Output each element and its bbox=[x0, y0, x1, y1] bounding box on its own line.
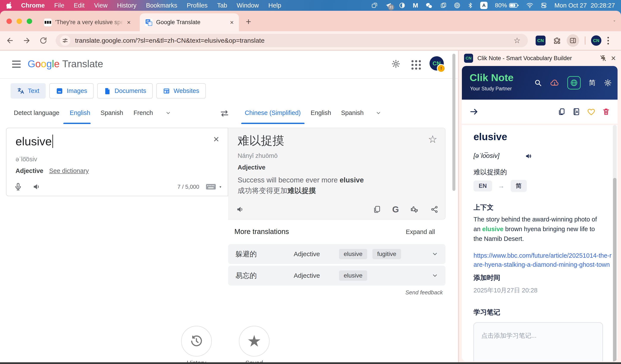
main-menu-icon[interactable] bbox=[12, 61, 21, 68]
menubar-clock[interactable]: Mon Oct 27 20:28:27 bbox=[554, 2, 615, 9]
history-button[interactable] bbox=[181, 326, 212, 356]
sync-alert-cloud-icon[interactable] bbox=[550, 79, 559, 87]
close-tab-icon[interactable]: × bbox=[230, 19, 234, 26]
bookmark-star-icon[interactable]: ☆ bbox=[514, 36, 520, 45]
lang-spanish[interactable]: Spanish bbox=[341, 109, 364, 116]
screen-mirroring-icon[interactable] bbox=[371, 2, 378, 9]
battery-indicator[interactable]: 80% bbox=[495, 2, 519, 9]
source-text[interactable]: elusive bbox=[16, 135, 53, 148]
wifi-icon[interactable] bbox=[526, 2, 533, 9]
study-notes-input[interactable] bbox=[474, 322, 603, 361]
close-tab-icon[interactable]: × bbox=[127, 19, 131, 26]
google-search-icon[interactable]: G bbox=[392, 205, 399, 214]
unpin-panel-icon[interactable] bbox=[599, 54, 607, 62]
chrome-menu-icon[interactable] bbox=[607, 37, 609, 44]
save-translation-star-icon[interactable]: ☆ bbox=[428, 134, 437, 144]
panel-settings-gear-icon[interactable] bbox=[604, 79, 612, 87]
telegram-icon[interactable]: 31 bbox=[385, 2, 392, 9]
expand-all-button[interactable]: Expand all bbox=[406, 228, 435, 236]
menu-help[interactable]: Help bbox=[268, 2, 281, 9]
display-contrast-icon[interactable] bbox=[399, 2, 405, 9]
control-center-icon[interactable] bbox=[541, 2, 547, 9]
expand-row-chevron-icon[interactable] bbox=[432, 251, 438, 257]
pronounce-speaker-icon[interactable] bbox=[525, 153, 532, 160]
copy-translation-icon[interactable] bbox=[373, 205, 381, 213]
more-translation-row[interactable]: 易忘的 Adjective elusive bbox=[228, 266, 446, 285]
saved-button[interactable]: ★ bbox=[239, 326, 270, 356]
copy-entry-icon[interactable] bbox=[558, 108, 566, 116]
side-panel-toggle-icon[interactable] bbox=[567, 34, 579, 47]
source-article-link[interactable]: https://www.bbc.com/future/article/20251… bbox=[474, 251, 613, 269]
expand-row-chevron-icon[interactable] bbox=[432, 272, 438, 279]
more-source-langs-chevron-icon[interactable] bbox=[165, 110, 171, 116]
menu-edit[interactable]: Edit bbox=[74, 2, 85, 9]
page-scrollbar[interactable] bbox=[452, 54, 455, 191]
close-panel-icon[interactable]: × bbox=[611, 54, 616, 62]
lang-english[interactable]: English bbox=[311, 109, 331, 116]
translation-text[interactable]: 难以捉摸 bbox=[238, 133, 284, 149]
synonym-chip[interactable]: elusive bbox=[339, 249, 367, 259]
synonym-chip[interactable]: fugitive bbox=[372, 249, 401, 259]
more-translation-row[interactable]: 躲避的 Adjective elusive fugitive bbox=[228, 244, 446, 264]
simplified-chinese-toggle[interactable]: 简 bbox=[589, 78, 596, 87]
forward-button[interactable] bbox=[22, 36, 31, 45]
menu-bookmarks[interactable]: Bookmarks bbox=[146, 2, 177, 9]
menu-history[interactable]: History bbox=[117, 2, 137, 9]
mic-icon[interactable] bbox=[14, 182, 22, 191]
url-text[interactable]: translate.google.com/?sl=en&tl=zh-CN&tex… bbox=[75, 37, 514, 44]
synonym-chip[interactable]: elusive bbox=[339, 270, 367, 281]
swap-languages-icon[interactable] bbox=[220, 108, 229, 118]
m-app-icon[interactable]: M bbox=[413, 2, 418, 9]
input-source-icon[interactable]: A bbox=[480, 2, 487, 9]
zoom-window-button[interactable] bbox=[27, 18, 32, 24]
menu-file[interactable]: File bbox=[54, 2, 65, 9]
tab-bbc-article[interactable]: 'They're a very elusive specie × bbox=[39, 13, 136, 31]
lang-spanish[interactable]: Spanish bbox=[101, 109, 123, 116]
address-bar[interactable]: translate.google.com/?sl=en&tl=zh-CN&tex… bbox=[56, 34, 528, 47]
apple-icon[interactable] bbox=[6, 2, 12, 9]
dictionary-book-icon[interactable] bbox=[572, 108, 581, 116]
menu-profiles[interactable]: Profiles bbox=[187, 2, 208, 9]
favorite-heart-icon[interactable] bbox=[587, 107, 596, 116]
source-text-panel[interactable]: elusive × əˈlo͞osiv Adjective See dictio… bbox=[6, 128, 228, 196]
see-dictionary-link[interactable]: See dictionary bbox=[49, 167, 89, 174]
settings-gear-icon[interactable] bbox=[391, 59, 400, 68]
cliknote-extension-icon[interactable]: CN bbox=[536, 35, 546, 46]
close-window-button[interactable] bbox=[6, 18, 12, 24]
mode-text-button[interactable]: Text bbox=[11, 83, 46, 99]
menu-window[interactable]: Window bbox=[237, 2, 259, 9]
search-icon[interactable] bbox=[534, 79, 542, 87]
lang-chinese-selected[interactable]: Chinese (Simplified) bbox=[245, 109, 301, 116]
menu-view[interactable]: View bbox=[94, 2, 107, 9]
keyboard-caret-icon[interactable]: ▾ bbox=[220, 185, 221, 189]
next-entry-arrow-icon[interactable] bbox=[469, 107, 479, 116]
mode-websites-button[interactable]: Websites bbox=[156, 83, 206, 99]
mode-images-button[interactable]: Images bbox=[49, 83, 94, 99]
tab-google-translate[interactable]: G Google Translate × bbox=[140, 13, 239, 31]
delete-trash-icon[interactable] bbox=[602, 108, 610, 116]
panel-scrollbar-thumb[interactable] bbox=[613, 178, 617, 361]
listen-source-icon[interactable] bbox=[32, 182, 41, 191]
stage-manager-icon[interactable] bbox=[440, 2, 447, 9]
share-translation-icon[interactable] bbox=[430, 205, 439, 213]
minimize-window-button[interactable] bbox=[17, 18, 22, 24]
google-apps-grid-icon[interactable] bbox=[412, 60, 421, 70]
site-settings-icon[interactable] bbox=[60, 35, 70, 46]
lang-french[interactable]: French bbox=[134, 109, 153, 116]
rate-translation-icon[interactable] bbox=[410, 205, 419, 214]
airdrop-icon[interactable] bbox=[454, 2, 460, 9]
new-tab-button[interactable]: + bbox=[246, 17, 251, 26]
gt-logo[interactable]: Google Translate bbox=[28, 58, 103, 70]
more-target-langs-chevron-icon[interactable] bbox=[376, 110, 381, 116]
keyboard-icon[interactable] bbox=[206, 183, 216, 191]
profile-avatar[interactable]: CN bbox=[591, 35, 601, 46]
extensions-puzzle-icon[interactable] bbox=[553, 36, 561, 45]
reload-button[interactable] bbox=[39, 36, 47, 45]
menu-chrome[interactable]: Chrome bbox=[21, 2, 45, 9]
back-button[interactable] bbox=[6, 36, 14, 45]
menu-tab[interactable]: Tab bbox=[217, 2, 227, 9]
listen-translation-icon[interactable] bbox=[236, 205, 244, 214]
clear-source-icon[interactable]: × bbox=[213, 134, 219, 144]
send-feedback-link[interactable]: Send feedback bbox=[405, 289, 443, 296]
wechat-icon[interactable] bbox=[425, 2, 433, 9]
